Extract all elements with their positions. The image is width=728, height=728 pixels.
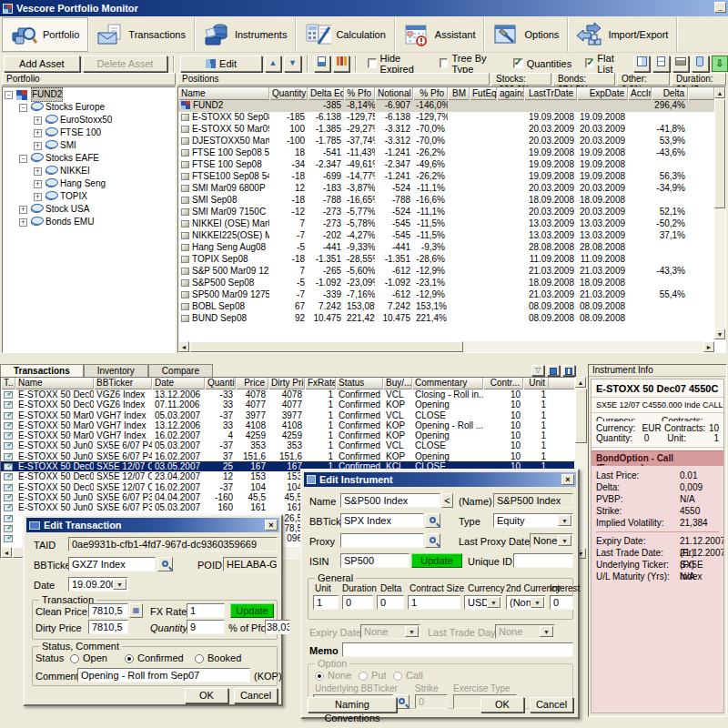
tree-expander[interactable]: + — [34, 129, 42, 137]
column-header[interactable]: Commentary — [412, 378, 483, 389]
column-header[interactable]: LastTrDate — [524, 87, 577, 100]
transaction-row[interactable]: E-STOXX 50 Dec06VGZ6 Index13.12.2006-334… — [1, 389, 574, 399]
dropdown-arrow-icon[interactable]: ▼ — [540, 626, 553, 637]
date-field[interactable]: 19.09.2007▼ — [68, 577, 128, 592]
bbticker-field[interactable]: GXZ7 Index — [68, 557, 156, 571]
export-button[interactable] — [547, 365, 560, 376]
column-header[interactable]: % Pfo — [344, 87, 375, 100]
option-call-radio[interactable]: Call — [393, 670, 423, 681]
tree-node[interactable]: + FTSE 100 — [3, 126, 175, 139]
position-row[interactable]: FTSE 100 Sep08-34-2.347-49,61%-2.347-49,… — [178, 159, 714, 171]
position-row[interactable]: S&P 500 Mar09 1275P7-265-5,60%-612-12,9%… — [178, 266, 714, 278]
unit-field[interactable]: 1 — [313, 595, 339, 610]
type-dropdown[interactable]: Equity▼ — [493, 513, 573, 528]
column-header[interactable]: Price — [236, 378, 268, 389]
edit-instrument-titlebar[interactable]: Edit Instrument — [304, 472, 576, 487]
position-row[interactable]: TOPIX Sep08-18-1.351-28,55%-1.351-28,6%1… — [178, 254, 714, 266]
tree-expander[interactable]: + — [34, 142, 42, 150]
status-open-radio[interactable]: Open — [70, 652, 107, 663]
update-button[interactable]: Update — [411, 553, 462, 568]
dropdown-arrow-icon[interactable]: ▼ — [405, 626, 419, 637]
transaction-row[interactable]: E-STOXX 50 Mar07VGH7 Index16.02.20074425… — [1, 430, 574, 440]
tree-expander[interactable]: - — [5, 91, 13, 99]
instruments-button[interactable]: Instruments — [195, 17, 296, 52]
delete-asset-class-button[interactable]: Delete Asset Class — [83, 56, 168, 72]
interest-field[interactable]: 0 — [550, 595, 573, 610]
transaction-row[interactable]: E-STOXX 50 Jun07 4250PSX5E 6/07 P4250...… — [1, 451, 574, 461]
position-row[interactable]: Hang Seng Aug08-5-441-9,33%-441-9,3%28.0… — [178, 242, 714, 254]
quantities-checkbox[interactable]: Quantities — [513, 58, 572, 69]
column-header[interactable]: Contr... — [483, 378, 523, 389]
column-header[interactable]: FxRate — [305, 378, 336, 389]
hide-expired-checkbox[interactable]: Hide Expired — [368, 53, 426, 75]
column-header[interactable]: % Pfo — [413, 87, 448, 100]
tree-expander[interactable]: + — [34, 193, 42, 201]
dropdown-arrow-icon[interactable]: ▼ — [531, 597, 544, 608]
positions-hscrollbar[interactable]: ◄ ► — [178, 341, 714, 352]
naming-conventions-button[interactable]: Naming Conventions — [308, 697, 397, 713]
print-button[interactable] — [672, 56, 689, 72]
transaction-row[interactable]: E-STOXX 50 Dec06VGZ6 Index07.11.20063340… — [1, 399, 574, 410]
tree-node[interactable]: + SMI — [3, 139, 175, 152]
position-row[interactable]: BOBL Sep08677.242153,08%7.242153,1%08.09… — [178, 301, 714, 313]
position-row[interactable]: E-STOXX 50 Sep08-185-6.138-129,75%-6.138… — [178, 112, 714, 124]
column-header[interactable]: Buy/... — [383, 378, 412, 389]
move-down-button[interactable]: ▼ — [284, 56, 300, 72]
column-header[interactable]: BM — [448, 87, 470, 100]
update-button[interactable]: Update — [230, 603, 274, 618]
tree-node[interactable]: + TOPIX — [3, 190, 175, 203]
position-row[interactable]: FTSE100 Sep08 5475C-18-699-14,77%-1.241-… — [178, 171, 714, 183]
column-header[interactable]: Name — [15, 378, 94, 389]
transactions-button[interactable]: Transactions — [88, 17, 195, 52]
proxy-field[interactable] — [340, 533, 424, 548]
column-header[interactable]: Date — [152, 378, 205, 389]
bbticker-field[interactable]: SPX Index — [340, 513, 424, 528]
dropdown-arrow-icon[interactable]: ▼ — [487, 597, 500, 608]
flat-list-checkbox[interactable]: Flat List — [585, 53, 625, 75]
column-header[interactable]: Delta — [652, 87, 688, 100]
fx-rate-field[interactable]: 1 — [187, 603, 225, 618]
position-row[interactable]: SMI Mar09 7150C-12-273-5,77%-524-11,1%20… — [178, 207, 714, 218]
column-header[interactable]: Notional — [375, 87, 413, 100]
name-copy-button[interactable]: < — [441, 493, 453, 508]
delete-button[interactable] — [692, 56, 708, 72]
position-row[interactable]: E-STOXX 50 Mar09 3300P100-1.385-29,27%-3… — [178, 124, 714, 136]
bbticker-search-button[interactable] — [157, 557, 173, 571]
memo-field[interactable] — [342, 642, 573, 657]
tree-expander[interactable]: - — [19, 104, 27, 112]
positions-vscrollbar[interactable]: ▲ ▼ — [714, 87, 725, 339]
scroll-left-icon[interactable]: ◄ — [1, 547, 12, 558]
currency-dropdown[interactable]: USD▼ — [464, 595, 502, 610]
edit-transaction-titlebar[interactable]: Edit Transaction — [26, 518, 279, 532]
import-export-button[interactable]: Import/Export — [568, 17, 677, 52]
quantity-field[interactable]: 9 — [187, 620, 225, 634]
dirty-price-field[interactable]: 7810,5 — [88, 620, 128, 634]
last-trade-day-dropdown[interactable]: None▼ — [495, 624, 555, 639]
column-header[interactable]: Delta Eqv — [308, 87, 344, 100]
last-proxy-date-dropdown[interactable]: None▼ — [530, 533, 573, 548]
tree-expander[interactable]: + — [19, 206, 27, 214]
position-row[interactable]: S&P500 Sep08-5-1.092-23,09%-1.092-23,1%1… — [178, 278, 714, 289]
position-row[interactable]: SMI Mar09 6800P12-183-3,87%-524-11,1%20.… — [178, 183, 714, 195]
edit-properties-button[interactable]: Edit Properties — [180, 56, 261, 72]
tree-node[interactable]: - Stocks Europe — [3, 101, 175, 114]
transactions-tab[interactable]: Compare — [148, 364, 213, 377]
close-icon[interactable]: × — [265, 520, 278, 531]
grid-button[interactable] — [562, 365, 575, 376]
bbticker-search-button[interactable] — [425, 513, 440, 528]
option-put-radio[interactable]: Put — [359, 670, 387, 681]
column-header[interactable]: Name — [178, 87, 269, 100]
scroll-down-icon[interactable]: ▼ — [714, 329, 725, 339]
tree-node[interactable]: + Bonds EMU — [3, 216, 175, 228]
contract-size-field[interactable]: 1 — [408, 595, 460, 610]
column-header[interactable]: Status — [336, 378, 383, 389]
option-none-radio[interactable]: None — [315, 670, 351, 681]
position-row[interactable]: NIKKEI (OSE) Mar09 1300...7-273-5,78%-54… — [178, 218, 714, 230]
column-header[interactable]: BBTicker — [94, 378, 152, 389]
transaction-row[interactable]: E-STOXX 50 Mar07VGH7 Index13.12.20063341… — [1, 420, 574, 430]
proxy-search-button[interactable] — [425, 533, 440, 548]
position-row[interactable]: DJESTOXX50 Mar09 3350C-100-1.785-37,74%-… — [178, 136, 714, 147]
tree-by-type-checkbox[interactable]: Tree By Type — [440, 53, 499, 75]
preview-button[interactable] — [652, 56, 669, 72]
position-row[interactable]: SMI Sep08-18-788-16,65%-788-16,6%18.09.2… — [178, 195, 714, 207]
